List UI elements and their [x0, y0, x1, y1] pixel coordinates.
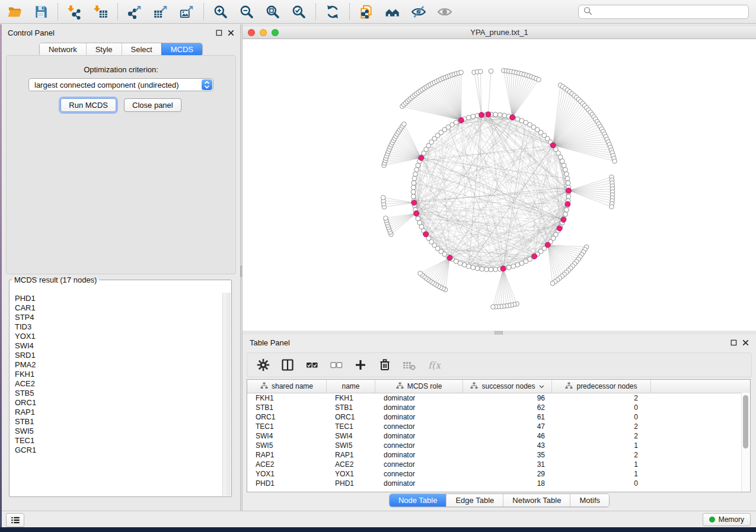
column-header-successor-nodes[interactable]: successor nodes [463, 380, 552, 393]
network-manager-button[interactable] [382, 2, 403, 21]
mcds-panel-body: Optimization criterion: largest connecte… [6, 55, 236, 274]
column-header-predecessor-nodes[interactable]: predecessor nodes [552, 380, 651, 393]
close-table-panel-icon[interactable] [742, 339, 749, 347]
open-session-button[interactable] [5, 2, 25, 21]
mcds-result-item[interactable]: STP4 [15, 313, 36, 322]
mcds-result-item[interactable]: STB5 [15, 389, 36, 398]
tab-select[interactable]: Select [122, 43, 161, 56]
column-layout-button[interactable] [280, 357, 295, 373]
mcds-result-item[interactable]: FKH1 [15, 370, 36, 379]
horizontal-splitter[interactable] [243, 331, 756, 335]
table-row[interactable]: ACE2ACE2connector311 [247, 460, 750, 469]
mcds-result-item[interactable]: ACE2 [15, 379, 36, 389]
window-minimize-button[interactable] [260, 29, 267, 36]
close-panel-icon[interactable] [227, 30, 234, 37]
table-row[interactable]: SWI4SWI4dominator462 [247, 431, 750, 441]
import-network-button[interactable] [65, 2, 85, 21]
cell-successor-nodes: 31 [463, 460, 552, 469]
create-column-button[interactable] [353, 357, 368, 373]
mcds-result-item[interactable]: SRD1 [15, 351, 36, 360]
table-row[interactable]: SWI5SWI5connector431 [247, 441, 750, 450]
column-header-MCDS-role[interactable]: MCDS role [375, 380, 463, 393]
zoom-fit-content-button[interactable] [263, 2, 283, 21]
optimization-criterion-select[interactable]: largest connected component (undirected) [28, 78, 213, 91]
network-canvas[interactable] [243, 39, 756, 331]
search-input[interactable] [595, 7, 748, 17]
tab-network[interactable]: Network [40, 43, 86, 56]
mcds-result-title: MCDS result (17 nodes) [12, 275, 99, 284]
table-row[interactable]: FKH1FKH1dominator962 [247, 393, 750, 403]
window-maximize-button[interactable] [272, 29, 279, 36]
mcds-result-item[interactable]: SWI5 [15, 427, 36, 436]
table-row[interactable]: RAP1RAP1dominator352 [247, 450, 750, 460]
memory-button[interactable]: Memory [703, 513, 751, 526]
cell-successor-nodes: 62 [463, 403, 552, 412]
refresh-view-button[interactable] [323, 2, 343, 21]
column-header-label: shared name [272, 382, 313, 390]
tab-network-table[interactable]: Network Table [503, 494, 570, 507]
export-image-button[interactable] [177, 2, 197, 21]
import-table-button[interactable] [91, 2, 111, 21]
delete-column-button[interactable] [377, 357, 393, 373]
table-row[interactable]: ORC1ORC1dominator610 [247, 412, 750, 422]
task-history-button[interactable] [6, 513, 24, 527]
deselect-all-boxes-button[interactable] [328, 357, 344, 373]
zoom-selected-button[interactable] [289, 2, 309, 21]
select-all-boxes-button[interactable] [304, 357, 320, 373]
mcds-result-item[interactable]: CAR1 [15, 303, 36, 313]
column-header-name[interactable]: name [327, 380, 375, 393]
network-window-titlebar: YPA_prune.txt_1 [243, 27, 756, 39]
float-panel-icon[interactable] [215, 30, 222, 37]
tab-motifs[interactable]: Motifs [570, 494, 609, 507]
export-network-button[interactable] [125, 2, 145, 21]
float-table-panel-icon[interactable] [730, 339, 737, 347]
mcds-result-item[interactable]: STB1 [15, 417, 36, 427]
status-bar: Memory [0, 511, 756, 527]
column-type-icon [470, 382, 478, 391]
cell-shared-name: TEC1 [247, 422, 327, 431]
table-row[interactable]: STB1STB1dominator620 [247, 403, 750, 412]
tab-edge-table[interactable]: Edge Table [446, 494, 503, 507]
close-panel-button[interactable]: Close panel [124, 98, 181, 112]
mcds-result-item[interactable]: GCR1 [15, 446, 36, 455]
table-row[interactable]: YOX1YOX1connector291 [247, 469, 750, 479]
mcds-result-item[interactable]: PHD1 [15, 294, 36, 303]
cell-name: TEC1 [327, 422, 375, 431]
mcds-result-item[interactable]: TID3 [15, 322, 36, 332]
cell-MCDS-role: dominator [375, 403, 463, 412]
save-session-button[interactable] [31, 2, 51, 21]
mcds-result-item[interactable]: PMA2 [15, 360, 36, 370]
clone-network-button[interactable] [356, 2, 377, 21]
column-header-empty [651, 380, 750, 393]
cell-predecessor-nodes: 0 [552, 479, 651, 488]
zoom-out-button[interactable] [237, 2, 257, 21]
run-mcds-button[interactable]: Run MCDS [60, 98, 116, 112]
tab-node-table[interactable]: Node Table [390, 494, 446, 507]
table-scrollbar-thumb[interactable] [743, 395, 748, 448]
export-table-button[interactable] [151, 2, 171, 21]
mcds-result-item[interactable]: SWI4 [15, 341, 36, 351]
mcds-result-item[interactable]: TEC1 [15, 436, 36, 446]
table-row[interactable]: PHD1PHD1dominator180 [247, 479, 750, 488]
hide-panels-button[interactable] [409, 2, 429, 21]
settings-gear-button[interactable] [256, 357, 271, 373]
search-field[interactable] [578, 5, 749, 19]
mcds-result-item[interactable]: ORC1 [15, 398, 36, 408]
window-close-button[interactable] [248, 29, 255, 36]
table-row[interactable]: TEC1TEC1connector472 [247, 422, 750, 431]
cell-shared-name: STB1 [247, 403, 327, 412]
mcds-result-item[interactable]: RAP1 [15, 408, 36, 417]
column-header-label: MCDS role [407, 382, 442, 390]
tab-style[interactable]: Style [86, 43, 122, 56]
mcds-result-item[interactable]: YOX1 [15, 332, 36, 341]
table-scrollbar[interactable] [741, 393, 750, 492]
cell-name: RAP1 [327, 450, 375, 460]
column-header-label: name [342, 382, 359, 390]
table-panel-header: Table Panel [243, 335, 756, 347]
cell-predecessor-nodes: 1 [552, 469, 651, 479]
tab-mcds[interactable]: MCDS [161, 43, 202, 56]
column-header-shared-name[interactable]: shared name [247, 380, 327, 393]
zoom-in-button[interactable] [210, 2, 231, 21]
cell-shared-name: PHD1 [247, 479, 327, 488]
mcds-result-scrollbar[interactable] [222, 293, 231, 496]
